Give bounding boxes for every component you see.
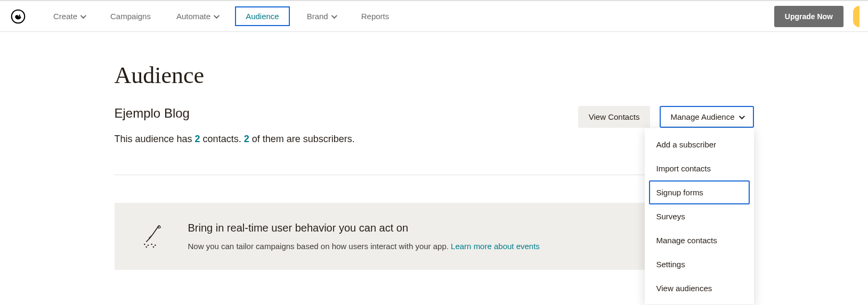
right-actions: View Contacts Manage Audience Add a subs… — [578, 106, 754, 128]
promo-link[interactable]: Learn more about events — [451, 242, 540, 251]
nav-label: Automate — [176, 12, 210, 21]
promo-title: Bring in real-time user behavior you can… — [188, 222, 540, 234]
nav-label: Brand — [307, 12, 328, 21]
audience-header-row: Ejemplo Blog This audience has 2 contact… — [115, 106, 754, 145]
nav-brand[interactable]: Brand — [298, 7, 344, 25]
dropdown-import-contacts[interactable]: Import contacts — [649, 156, 750, 180]
chevron-down-icon — [80, 12, 86, 18]
manage-audience-wrapper: Manage Audience Add a subscriber Import … — [660, 106, 753, 128]
stats-prefix: This audience has — [115, 134, 195, 144]
nav-label: Audience — [246, 12, 279, 21]
nav-automate[interactable]: Automate — [168, 7, 226, 25]
svg-point-6 — [151, 244, 152, 245]
svg-point-5 — [147, 244, 149, 246]
nav-campaigns[interactable]: Campaigns — [102, 7, 159, 25]
audience-name: Ejemplo Blog — [115, 106, 355, 121]
stats-mid: contacts. — [200, 134, 244, 144]
contacts-count: 2 — [195, 134, 200, 144]
nav-label: Create — [53, 12, 77, 21]
chevron-down-icon — [214, 12, 220, 18]
nav-create[interactable]: Create — [45, 7, 93, 25]
stats-suffix: of them are subscribers. — [249, 134, 355, 144]
nav-bar: Create Campaigns Automate Audience Brand… — [0, 1, 868, 32]
dropdown-manage-contacts[interactable]: Manage contacts — [649, 228, 750, 252]
nav-audience[interactable]: Audience — [235, 6, 290, 26]
nav-label: Reports — [361, 12, 390, 21]
svg-point-4 — [144, 244, 145, 245]
upgrade-button[interactable]: Upgrade Now — [774, 6, 843, 27]
avatar[interactable] — [853, 6, 859, 27]
svg-point-9 — [152, 246, 154, 248]
promo-desc-text: Now you can tailor campaigns based on ho… — [188, 242, 451, 251]
manage-audience-label: Manage Audience — [670, 112, 734, 121]
main-content: Audience Ejemplo Blog This audience has … — [115, 32, 754, 270]
dropdown-surveys[interactable]: Surveys — [649, 204, 750, 228]
page-title: Audience — [115, 62, 754, 89]
promo-desc: Now you can tailor campaigns based on ho… — [188, 242, 540, 251]
dropdown-settings[interactable]: Settings — [649, 252, 750, 276]
dropdown-add-subscriber[interactable]: Add a subscriber — [649, 133, 750, 156]
svg-point-8 — [145, 246, 147, 248]
nav-items: Create Campaigns Automate Audience Brand… — [40, 6, 402, 26]
svg-point-7 — [155, 244, 156, 246]
svg-point-3 — [20, 15, 20, 15]
dropdown-signup-forms[interactable]: Signup forms — [649, 180, 750, 204]
promo-text: Bring in real-time user behavior you can… — [188, 222, 540, 251]
nav-reports[interactable]: Reports — [353, 7, 398, 25]
hand-sprinkle-icon — [140, 223, 167, 250]
stats-line: This audience has 2 contacts. 2 of them … — [115, 134, 355, 145]
subscribers-count: 2 — [244, 134, 249, 144]
manage-audience-dropdown: Add a subscriber Import contacts Signup … — [645, 128, 754, 304]
dropdown-view-audiences[interactable]: View audiences — [649, 276, 750, 300]
audience-info: Ejemplo Blog This audience has 2 contact… — [115, 106, 355, 145]
chevron-down-icon — [739, 113, 744, 119]
mailchimp-logo-icon[interactable] — [11, 9, 26, 24]
manage-audience-button[interactable]: Manage Audience — [660, 106, 753, 128]
chevron-down-icon — [331, 12, 337, 18]
nav-label: Campaigns — [110, 12, 151, 21]
view-contacts-button[interactable]: View Contacts — [578, 106, 651, 128]
